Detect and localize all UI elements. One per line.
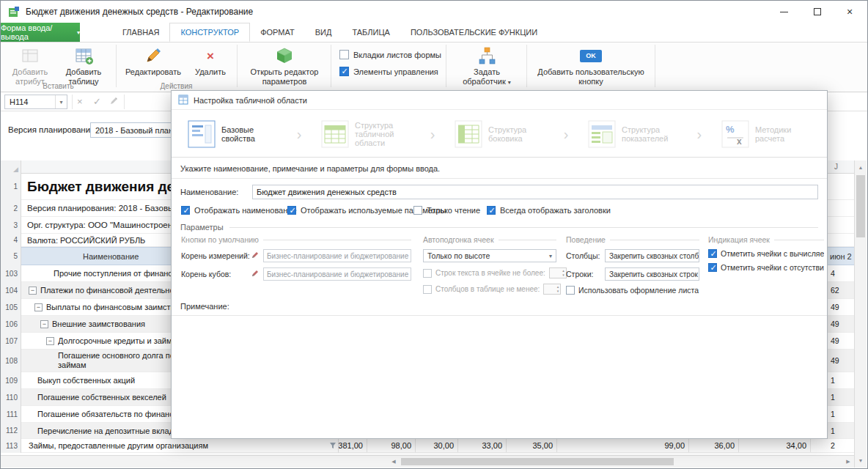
- row-number[interactable]: 103: [1, 265, 21, 282]
- file-menu-button[interactable]: Форма ввода/вывода ▾: [1, 23, 80, 42]
- checkbox-icon: [423, 269, 432, 278]
- row-number[interactable]: 110: [1, 388, 21, 406]
- set-handler-button[interactable]: Задать обработчик▾: [449, 45, 524, 87]
- delete-button[interactable]: × Удалить: [188, 45, 232, 77]
- column-letter: J: [834, 163, 838, 171]
- checkbox-always-show-headers[interactable]: Всегда отображать заголовки: [487, 206, 611, 215]
- scroll-left-icon[interactable]: ◀: [388, 456, 400, 468]
- row-number[interactable]: 1: [1, 173, 21, 200]
- pencil-icon: [144, 45, 163, 66]
- tab-konstruktor[interactable]: КОНСТРУКТОР: [169, 23, 250, 42]
- collapse-icon[interactable]: −: [40, 320, 48, 328]
- wizard-step-basic-properties[interactable]: Базовые свойства: [188, 120, 277, 148]
- checkbox-read-only[interactable]: Только чтение: [413, 206, 480, 215]
- checkbox-icon: [423, 285, 432, 294]
- chevron-right-icon: ›: [564, 127, 569, 141]
- checkbox-use-sheet-style[interactable]: Использовать оформление листа: [566, 286, 699, 295]
- cell-reference-box[interactable]: H114 ▾: [4, 95, 67, 109]
- cell-value: 1: [831, 410, 835, 418]
- select-all-corner[interactable]: ◢: [1, 160, 21, 174]
- edit-formula-icon[interactable]: [109, 96, 119, 108]
- scroll-down-icon[interactable]: ▼: [855, 455, 867, 466]
- name-input[interactable]: [252, 185, 818, 199]
- collapse-icon[interactable]: −: [34, 303, 43, 311]
- row-number[interactable]: 112: [1, 422, 21, 439]
- tab-user-functions[interactable]: ПОЛЬЗОВАТЕЛЬСКИЕ ФУНКЦИИ: [400, 23, 548, 42]
- cube-root-field[interactable]: Бизнес-планирование и бюджетирование: [263, 267, 411, 281]
- checkbox-checked-icon: [181, 206, 190, 215]
- horizontal-scrollbar[interactable]: ◀ ▶: [1, 455, 856, 468]
- add-custom-button-button[interactable]: OK Добавить пользовательскую кнопку: [530, 45, 652, 86]
- checkbox-show-name[interactable]: Отображать наименование: [181, 206, 297, 215]
- max-text-rows-stepper[interactable]: ▴▾: [549, 267, 567, 278]
- horizontal-scroll-thumb[interactable]: [401, 458, 674, 465]
- doc-orgstructure-line: Орг. структура: ООО "Машиностроение: [27, 221, 182, 229]
- wizard-step-table-area-structure[interactable]: Структура табличной области: [321, 120, 411, 148]
- tab-glavnaya[interactable]: ГЛАВНАЯ: [112, 23, 169, 42]
- checkbox-mark-calculated-cells[interactable]: Отметить ячейки с вычисляемыми значениям…: [708, 249, 824, 258]
- maximize-icon: [814, 8, 821, 15]
- note-textarea[interactable]: [172, 316, 826, 437]
- wizard-step-indicators-structure[interactable]: Структура показателей: [588, 120, 677, 148]
- vertical-scroll-thumb[interactable]: [856, 175, 865, 237]
- autofit-dropdown[interactable]: Только по высоте ▾: [423, 249, 556, 262]
- cancel-entry-icon[interactable]: ×: [77, 96, 83, 107]
- row-number[interactable]: 108: [1, 349, 21, 372]
- minimize-button[interactable]: [768, 1, 800, 23]
- pencil-icon[interactable]: [251, 269, 260, 279]
- tab-format[interactable]: ФОРМАТ: [250, 23, 305, 42]
- maximize-button[interactable]: [801, 1, 834, 23]
- cell-value[interactable]: 34,00: [764, 439, 811, 452]
- columns-behavior-dropdown[interactable]: Закрепить сквозных столбцов ▾: [605, 249, 699, 262]
- cell-value: 1: [831, 426, 835, 435]
- tab-tablica[interactable]: ТАБЛИЦА: [342, 23, 400, 42]
- cell-value[interactable]: 99,00: [642, 439, 689, 452]
- cell-value[interactable]: 36,00: [692, 439, 739, 452]
- vertical-scrollbar[interactable]: ▲ ▼: [854, 160, 867, 468]
- cell-value[interactable]: 35,00: [510, 439, 557, 452]
- row-number[interactable]: 5: [1, 247, 21, 265]
- cell-value[interactable]: 30,00: [411, 439, 458, 452]
- row-number[interactable]: 3: [1, 216, 21, 234]
- row-number[interactable]: 113: [1, 438, 21, 453]
- columns-label: Столбцы:: [566, 251, 601, 260]
- collapse-icon[interactable]: −: [29, 287, 37, 295]
- checkbox-controls[interactable]: Элементы управления: [339, 67, 438, 76]
- checkbox-checked-icon: [339, 67, 349, 76]
- edit-button[interactable]: Редактировать: [122, 45, 184, 77]
- table-row[interactable]: 113 Займы, предоставленные другим органи…: [1, 439, 856, 453]
- pencil-icon[interactable]: [251, 251, 260, 261]
- row-number[interactable]: 106: [1, 315, 21, 333]
- scroll-up-icon[interactable]: ▲: [855, 162, 867, 173]
- checkbox-form-sheet-tabs[interactable]: Вкладки листов формы: [339, 50, 441, 59]
- row-number[interactable]: 2: [1, 199, 21, 217]
- cell-value[interactable]: 381,00: [320, 439, 367, 452]
- add-table-button[interactable]: Добавить таблицу: [58, 45, 109, 86]
- row-number[interactable]: 105: [1, 298, 21, 316]
- row-number[interactable]: 109: [1, 372, 21, 389]
- wizard-step-calculation-methods[interactable]: %x Методики расчета: [721, 120, 811, 148]
- checkbox-min-table-columns[interactable]: Столбцов в таблице не менее: ▴▾: [423, 284, 556, 295]
- checkbox-checked-icon: [708, 249, 717, 258]
- close-button[interactable]: ×: [834, 1, 866, 23]
- cell-value[interactable]: 98,00: [369, 439, 416, 452]
- scroll-right-icon[interactable]: ▶: [842, 456, 854, 468]
- table-grid-icon: [455, 120, 482, 148]
- min-table-columns-stepper[interactable]: ▴▾: [543, 284, 561, 295]
- checkbox-mark-no-access-cells[interactable]: Отметить ячейки с отсутствием прав досту…: [708, 263, 824, 272]
- row-number[interactable]: 104: [1, 281, 21, 299]
- confirm-entry-icon[interactable]: ✓: [93, 96, 101, 107]
- caret-down-icon: ▾: [77, 29, 80, 36]
- parameters-group: Параметры Кнопки по умолчанию Корень изм…: [172, 223, 827, 300]
- row-number[interactable]: 107: [1, 332, 21, 350]
- rows-behavior-dropdown[interactable]: Закрепить сквозных строк ▾: [605, 267, 699, 281]
- cell-value[interactable]: 33,00: [460, 439, 507, 452]
- wizard-step-sidehead-structure[interactable]: Структура боковика: [455, 120, 544, 148]
- row-number[interactable]: 111: [1, 405, 21, 423]
- collapse-icon[interactable]: −: [46, 337, 54, 345]
- open-parameter-editor-button[interactable]: Открыть редактор параметров: [241, 45, 328, 86]
- row-number[interactable]: 4: [1, 233, 21, 247]
- tab-vid[interactable]: ВИД: [305, 23, 342, 42]
- checkbox-max-text-rows[interactable]: Строк текста в ячейке не более: ▴▾: [423, 267, 556, 278]
- dimension-root-field[interactable]: Бизнес-планирование и бюджетирование: [263, 249, 411, 262]
